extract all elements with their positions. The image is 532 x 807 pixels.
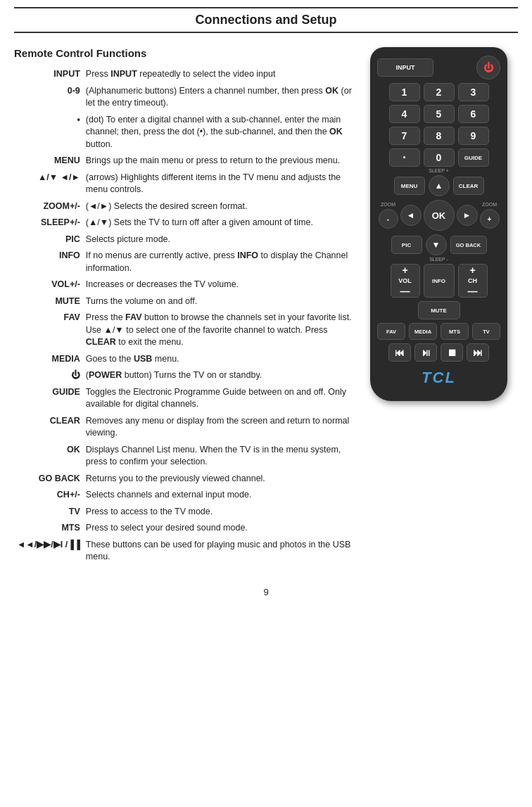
zoom-minus-label: ZOOM (381, 202, 395, 207)
section-title: Remote Control Functions (14, 47, 356, 59)
list-item: VOL+/-Increases or decreases the TV volu… (14, 277, 356, 293)
vol-button[interactable]: + VOL — (391, 264, 420, 298)
num-4-button[interactable]: 4 (389, 105, 420, 123)
function-key: 0-9 (14, 83, 83, 112)
function-description: (arrows) Highlights different items in t… (83, 170, 356, 198)
ch-button[interactable]: + CH — (458, 264, 488, 298)
guide-button[interactable]: GUIDE (458, 148, 489, 167)
function-key: SLEEP+/- (14, 215, 83, 231)
page-title: Connections and Setup (14, 7, 518, 33)
function-description: (POWER button) Turns the TV on or standb… (83, 367, 356, 384)
fav-button[interactable]: FAV (377, 323, 405, 340)
function-description: Press to select your desired sound mode. (83, 520, 356, 537)
function-key: ▲/▼ ◄/► (14, 170, 83, 198)
info-button[interactable]: INFO (424, 264, 455, 298)
tcl-logo: TCL (422, 369, 456, 387)
functions-section: Remote Control Functions INPUTPress INPU… (14, 47, 356, 566)
list-item: MTSPress to select your desired sound mo… (14, 520, 356, 537)
media-button[interactable]: MEDIA (409, 323, 437, 340)
list-item: MENUBrings up the main menu or press to … (14, 153, 356, 170)
function-description: Toggles the Electronic Programme Guide b… (83, 384, 356, 413)
list-item: INPUTPress INPUT repeatedly to select th… (14, 66, 356, 83)
list-item: OKDisplays Channel List menu. When the T… (14, 442, 356, 471)
function-description: Removes any menu or display from the scr… (83, 413, 356, 442)
remote-image-area: INPUT ⏻ 1 2 3 4 5 6 7 (363, 47, 518, 566)
num-3-button[interactable]: 3 (458, 83, 489, 101)
function-key: ⏻ (14, 367, 83, 384)
num-1-button[interactable]: 1 (389, 83, 420, 101)
list-item: INFOIf no menus are currently active, pr… (14, 248, 356, 277)
list-item: GUIDEToggles the Electronic Programme Gu… (14, 384, 356, 413)
mts-button[interactable]: MTS (441, 323, 469, 340)
zoom-plus-label: ZOOM (482, 202, 497, 207)
function-description: Press INPUT repeatedly to select the vid… (83, 66, 356, 83)
pic-button[interactable]: PIC (391, 236, 422, 254)
list-item: ZOOM+/-(◄/►) Selects the desired screen … (14, 198, 356, 215)
list-item: MEDIAGoes to the USB menu. (14, 351, 356, 368)
list-item: MUTETurns the volume on and off. (14, 293, 356, 310)
list-item: TVPress to access to the TV mode. (14, 504, 356, 521)
num-8-button[interactable]: 8 (424, 127, 455, 145)
ch-label: CH (468, 277, 477, 284)
left-arrow-button[interactable]: ◄ (400, 205, 422, 226)
num-0-button[interactable]: 0 (424, 148, 455, 167)
function-key: VOL+/- (14, 277, 83, 293)
list-item: ◄◄/▶▶/▶I /▐▐These buttons can be used fo… (14, 537, 356, 566)
function-key: • (14, 112, 83, 153)
num-7-button[interactable]: 7 (389, 127, 420, 145)
list-item: ⏻(POWER button) Turns the TV on or stand… (14, 367, 356, 384)
function-description: Press to access to the TV mode. (83, 504, 356, 521)
right-arrow-button[interactable]: ► (457, 205, 478, 226)
num-9-button[interactable]: 9 (458, 127, 489, 145)
num-6-button[interactable]: 6 (458, 105, 489, 123)
function-description: Selects picture mode. (83, 231, 356, 248)
function-key: INPUT (14, 66, 83, 83)
input-button[interactable]: INPUT (377, 58, 433, 77)
ok-button[interactable]: OK (424, 200, 455, 231)
function-description: Brings up the main menu or press to retu… (83, 153, 356, 170)
function-key: INFO (14, 248, 83, 277)
zoom-plus-button[interactable]: + (480, 209, 500, 229)
function-description: Goes to the USB menu. (83, 351, 356, 368)
zoom-minus-button[interactable]: - (379, 209, 398, 229)
function-description: If no menus are currently active, press … (83, 248, 356, 277)
list-item: •(dot) To enter a digital channel with a… (14, 112, 356, 153)
functions-table: INPUTPress INPUT repeatedly to select th… (14, 66, 356, 566)
menu-button[interactable]: MENU (394, 177, 425, 195)
num-5-button[interactable]: 5 (424, 105, 455, 123)
function-key: FAV (14, 310, 83, 351)
power-button[interactable]: ⏻ (476, 56, 500, 80)
function-description: Returns you to the previously viewed cha… (83, 471, 356, 488)
list-item: ▲/▼ ◄/►(arrows) Highlights different ite… (14, 170, 356, 198)
dot-button[interactable]: · (389, 148, 420, 167)
list-item: PICSelects picture mode. (14, 231, 356, 248)
list-item: FAVPress the FAV button to browse the ch… (14, 310, 356, 351)
function-description: (Alphanumeric buttons) Enters a channel … (83, 83, 356, 112)
list-item: SLEEP+/-(▲/▼) Sets the TV to turn off af… (14, 215, 356, 231)
up-arrow-button[interactable]: ▲ (429, 175, 450, 196)
function-description: Displays Channel List menu. When the TV … (83, 442, 356, 471)
function-key: MUTE (14, 293, 83, 310)
function-description: (◄/►) Selects the desired screen format. (83, 198, 356, 215)
stop-button[interactable]: ⏹ (441, 343, 463, 362)
play-pause-button[interactable]: ⏯ (414, 343, 437, 362)
down-arrow-button[interactable]: ▼ (426, 234, 447, 255)
page-number: 9 (0, 573, 532, 604)
function-description: Selects channels and external input mode… (83, 487, 356, 504)
sleep-minus-label: SLEEP - (429, 257, 448, 262)
go-back-button[interactable]: GO BACK (450, 236, 487, 254)
function-key: GO BACK (14, 471, 83, 488)
function-description: (dot) To enter a digital channel with a … (83, 112, 356, 153)
function-key: MENU (14, 153, 83, 170)
function-key: GUIDE (14, 384, 83, 413)
clear-button[interactable]: CLEAR (453, 177, 484, 195)
function-key: CH+/- (14, 487, 83, 504)
fast-forward-button[interactable]: ⏭ (467, 343, 489, 362)
function-description: (▲/▼) Sets the TV to turn off after a gi… (83, 215, 356, 231)
mute-button[interactable]: MUTE (418, 301, 460, 319)
list-item: CH+/-Selects channels and external input… (14, 487, 356, 504)
rewind-button[interactable]: ⏮ (388, 343, 411, 362)
num-2-button[interactable]: 2 (424, 83, 455, 101)
function-key: PIC (14, 231, 83, 248)
tv-button[interactable]: TV (472, 323, 500, 340)
